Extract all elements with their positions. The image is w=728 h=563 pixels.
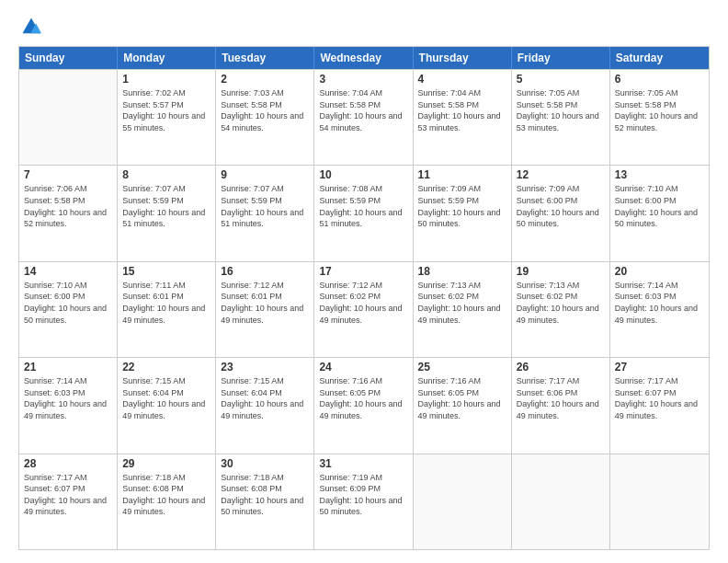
day-info: Sunrise: 7:11 AMSunset: 6:01 PMDaylight:… bbox=[122, 280, 210, 326]
day-number: 2 bbox=[221, 73, 309, 86]
day-info: Sunrise: 7:17 AMSunset: 6:07 PMDaylight:… bbox=[615, 375, 704, 421]
day-number: 15 bbox=[122, 265, 210, 278]
weekday-header: Saturday bbox=[610, 47, 709, 69]
calendar-cell: 3Sunrise: 7:04 AMSunset: 5:58 PMDaylight… bbox=[314, 70, 413, 165]
day-number: 13 bbox=[615, 168, 704, 181]
day-info: Sunrise: 7:03 AMSunset: 5:58 PMDaylight:… bbox=[221, 87, 309, 133]
calendar-cell: 29Sunrise: 7:18 AMSunset: 6:08 PMDayligh… bbox=[118, 454, 216, 549]
calendar-cell: 7Sunrise: 7:06 AMSunset: 5:58 PMDaylight… bbox=[19, 166, 118, 260]
day-info: Sunrise: 7:12 AMSunset: 6:01 PMDaylight:… bbox=[221, 280, 309, 326]
logo bbox=[18, 17, 41, 37]
weekday-header: Monday bbox=[118, 47, 216, 69]
calendar-cell: 16Sunrise: 7:12 AMSunset: 6:01 PMDayligh… bbox=[216, 262, 314, 357]
day-info: Sunrise: 7:13 AMSunset: 6:02 PMDaylight:… bbox=[517, 280, 605, 326]
day-number: 18 bbox=[418, 265, 506, 278]
day-info: Sunrise: 7:07 AMSunset: 5:59 PMDaylight:… bbox=[122, 183, 210, 229]
calendar-cell: 20Sunrise: 7:14 AMSunset: 6:03 PMDayligh… bbox=[610, 262, 709, 357]
day-info: Sunrise: 7:04 AMSunset: 5:58 PMDaylight:… bbox=[418, 87, 506, 133]
calendar-cell: 19Sunrise: 7:13 AMSunset: 6:02 PMDayligh… bbox=[512, 262, 610, 357]
day-number: 26 bbox=[517, 361, 605, 373]
calendar-body: 1Sunrise: 7:02 AMSunset: 5:57 PMDaylight… bbox=[19, 69, 709, 549]
calendar-cell: 5Sunrise: 7:05 AMSunset: 5:58 PMDaylight… bbox=[512, 70, 610, 165]
day-info: Sunrise: 7:12 AMSunset: 6:02 PMDaylight:… bbox=[319, 280, 407, 326]
day-number: 8 bbox=[122, 168, 210, 181]
day-info: Sunrise: 7:05 AMSunset: 5:58 PMDaylight:… bbox=[615, 87, 704, 133]
calendar-cell bbox=[19, 70, 118, 165]
day-info: Sunrise: 7:10 AMSunset: 6:00 PMDaylight:… bbox=[615, 183, 704, 229]
calendar-cell: 9Sunrise: 7:07 AMSunset: 5:59 PMDaylight… bbox=[216, 166, 314, 260]
calendar-week-row: 21Sunrise: 7:14 AMSunset: 6:03 PMDayligh… bbox=[19, 357, 709, 453]
calendar-cell: 28Sunrise: 7:17 AMSunset: 6:07 PMDayligh… bbox=[19, 454, 118, 549]
day-info: Sunrise: 7:16 AMSunset: 6:05 PMDaylight:… bbox=[418, 375, 506, 421]
day-info: Sunrise: 7:14 AMSunset: 6:03 PMDaylight:… bbox=[24, 375, 112, 421]
day-number: 17 bbox=[319, 265, 407, 278]
calendar-cell: 12Sunrise: 7:09 AMSunset: 6:00 PMDayligh… bbox=[512, 166, 610, 260]
calendar-cell bbox=[610, 454, 709, 549]
day-number: 30 bbox=[221, 457, 309, 470]
calendar-cell: 18Sunrise: 7:13 AMSunset: 6:02 PMDayligh… bbox=[414, 262, 512, 357]
logo-icon bbox=[21, 17, 41, 37]
calendar-cell: 24Sunrise: 7:16 AMSunset: 6:05 PMDayligh… bbox=[314, 358, 413, 453]
calendar-week-row: 7Sunrise: 7:06 AMSunset: 5:58 PMDaylight… bbox=[19, 165, 709, 260]
calendar-cell: 8Sunrise: 7:07 AMSunset: 5:59 PMDaylight… bbox=[118, 166, 216, 260]
calendar-cell: 13Sunrise: 7:10 AMSunset: 6:00 PMDayligh… bbox=[610, 166, 709, 260]
calendar-header: SundayMondayTuesdayWednesdayThursdayFrid… bbox=[19, 47, 709, 69]
weekday-header: Sunday bbox=[19, 47, 118, 69]
day-info: Sunrise: 7:09 AMSunset: 6:00 PMDaylight:… bbox=[517, 183, 605, 229]
day-number: 9 bbox=[221, 168, 309, 181]
calendar-cell bbox=[512, 454, 610, 549]
day-number: 14 bbox=[24, 265, 112, 278]
calendar-cell: 25Sunrise: 7:16 AMSunset: 6:05 PMDayligh… bbox=[414, 358, 512, 453]
day-info: Sunrise: 7:10 AMSunset: 6:00 PMDaylight:… bbox=[24, 280, 112, 326]
day-number: 16 bbox=[221, 265, 309, 278]
day-number: 10 bbox=[319, 168, 407, 181]
day-info: Sunrise: 7:19 AMSunset: 6:09 PMDaylight:… bbox=[319, 472, 407, 518]
calendar-cell bbox=[414, 454, 512, 549]
weekday-header: Tuesday bbox=[216, 47, 314, 69]
calendar-week-row: 28Sunrise: 7:17 AMSunset: 6:07 PMDayligh… bbox=[19, 454, 709, 549]
day-info: Sunrise: 7:15 AMSunset: 6:04 PMDaylight:… bbox=[122, 375, 210, 421]
day-info: Sunrise: 7:17 AMSunset: 6:06 PMDaylight:… bbox=[517, 375, 605, 421]
day-number: 25 bbox=[418, 361, 506, 373]
day-info: Sunrise: 7:16 AMSunset: 6:05 PMDaylight:… bbox=[319, 375, 407, 421]
day-number: 20 bbox=[615, 265, 704, 278]
day-number: 6 bbox=[615, 73, 704, 86]
calendar-cell: 22Sunrise: 7:15 AMSunset: 6:04 PMDayligh… bbox=[118, 358, 216, 453]
calendar-cell: 21Sunrise: 7:14 AMSunset: 6:03 PMDayligh… bbox=[19, 358, 118, 453]
weekday-header: Friday bbox=[512, 47, 610, 69]
day-info: Sunrise: 7:06 AMSunset: 5:58 PMDaylight:… bbox=[24, 183, 112, 229]
day-number: 4 bbox=[418, 73, 506, 86]
day-number: 22 bbox=[122, 361, 210, 373]
day-info: Sunrise: 7:15 AMSunset: 6:04 PMDaylight:… bbox=[221, 375, 309, 421]
day-info: Sunrise: 7:18 AMSunset: 6:08 PMDaylight:… bbox=[122, 472, 210, 518]
calendar-cell: 14Sunrise: 7:10 AMSunset: 6:00 PMDayligh… bbox=[19, 262, 118, 357]
header bbox=[18, 17, 710, 37]
calendar-cell: 1Sunrise: 7:02 AMSunset: 5:57 PMDaylight… bbox=[118, 70, 216, 165]
day-number: 29 bbox=[122, 457, 210, 470]
day-info: Sunrise: 7:07 AMSunset: 5:59 PMDaylight:… bbox=[221, 183, 309, 229]
day-number: 28 bbox=[24, 457, 112, 470]
calendar-cell: 27Sunrise: 7:17 AMSunset: 6:07 PMDayligh… bbox=[610, 358, 709, 453]
day-number: 1 bbox=[122, 73, 210, 86]
weekday-header: Wednesday bbox=[314, 47, 413, 69]
day-number: 24 bbox=[319, 361, 407, 373]
day-info: Sunrise: 7:14 AMSunset: 6:03 PMDaylight:… bbox=[615, 280, 704, 326]
day-info: Sunrise: 7:09 AMSunset: 5:59 PMDaylight:… bbox=[418, 183, 506, 229]
day-info: Sunrise: 7:13 AMSunset: 6:02 PMDaylight:… bbox=[418, 280, 506, 326]
weekday-header: Thursday bbox=[414, 47, 512, 69]
day-info: Sunrise: 7:08 AMSunset: 5:59 PMDaylight:… bbox=[319, 183, 407, 229]
calendar-week-row: 14Sunrise: 7:10 AMSunset: 6:00 PMDayligh… bbox=[19, 261, 709, 357]
calendar-cell: 11Sunrise: 7:09 AMSunset: 5:59 PMDayligh… bbox=[414, 166, 512, 260]
day-number: 19 bbox=[517, 265, 605, 278]
calendar-cell: 10Sunrise: 7:08 AMSunset: 5:59 PMDayligh… bbox=[314, 166, 413, 260]
calendar-cell: 15Sunrise: 7:11 AMSunset: 6:01 PMDayligh… bbox=[118, 262, 216, 357]
day-info: Sunrise: 7:18 AMSunset: 6:08 PMDaylight:… bbox=[221, 472, 309, 518]
day-number: 31 bbox=[319, 457, 407, 470]
calendar-cell: 4Sunrise: 7:04 AMSunset: 5:58 PMDaylight… bbox=[414, 70, 512, 165]
calendar-cell: 17Sunrise: 7:12 AMSunset: 6:02 PMDayligh… bbox=[314, 262, 413, 357]
day-number: 23 bbox=[221, 361, 309, 373]
day-info: Sunrise: 7:17 AMSunset: 6:07 PMDaylight:… bbox=[24, 472, 112, 518]
day-number: 27 bbox=[615, 361, 704, 373]
day-number: 12 bbox=[517, 168, 605, 181]
page: SundayMondayTuesdayWednesdayThursdayFrid… bbox=[0, 0, 728, 563]
